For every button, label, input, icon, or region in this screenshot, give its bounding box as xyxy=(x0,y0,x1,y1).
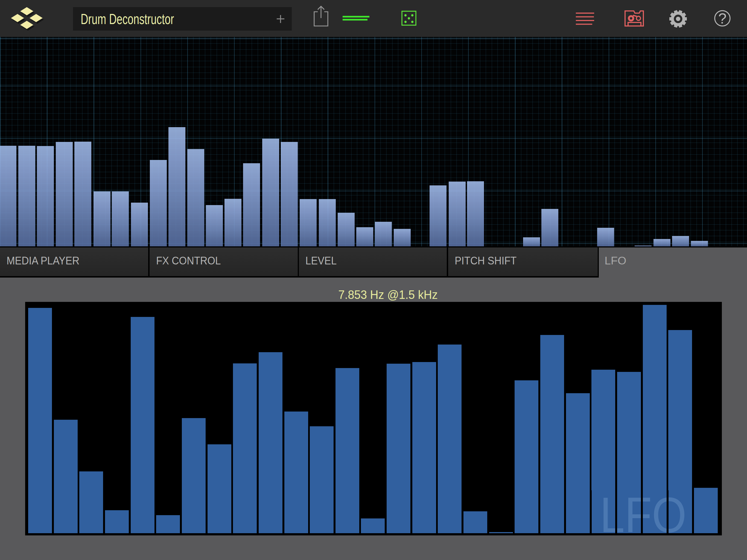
svg-text:?: ? xyxy=(718,10,726,27)
